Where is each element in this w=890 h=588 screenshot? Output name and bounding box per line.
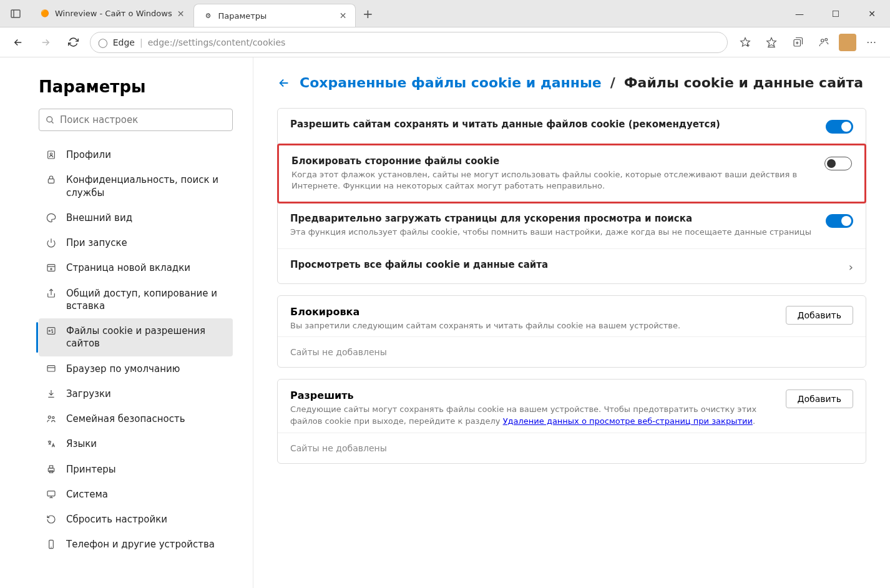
sidebar-item-system[interactable]: Система: [39, 482, 233, 507]
minimize-button[interactable]: —: [781, 0, 818, 27]
sidebar-item-languages[interactable]: Языки: [39, 431, 233, 456]
menu-icon[interactable]: ⋯: [860, 31, 883, 54]
url-text: edge://settings/content/cookies: [148, 37, 286, 47]
setting-description: Когда этот флажок установлен, сайты не м…: [291, 169, 814, 192]
settings-heading: Параметры: [39, 77, 233, 96]
setting-view-all-cookies[interactable]: Просмотреть все файлы cookie и данные са…: [278, 249, 866, 283]
collections-icon[interactable]: [786, 31, 809, 54]
sidebar-label: Общий доступ, копирование и вставка: [66, 287, 225, 313]
sidebar-item-profiles[interactable]: Профили: [39, 142, 233, 167]
breadcrumb-parent[interactable]: Сохраненные файлы cookie и данные: [300, 75, 602, 91]
search-input[interactable]: [39, 109, 233, 131]
sidebar-item-startup[interactable]: При запуске: [39, 230, 233, 255]
section-description: Вы запретили следующим сайтам сохранять …: [290, 320, 776, 332]
tab-actions-icon[interactable]: [0, 0, 31, 27]
sidebar-label: Профили: [66, 149, 225, 161]
toggle-preload[interactable]: [826, 214, 853, 228]
avatar[interactable]: [839, 34, 856, 51]
sidebar-item-privacy[interactable]: Конфиденциальность, поиск и службы: [39, 167, 233, 205]
setting-allow-cookies: Разрешить сайтам сохранять и читать данн…: [278, 109, 866, 144]
refresh-button[interactable]: [62, 32, 84, 53]
forward-button[interactable]: [35, 32, 56, 53]
share-icon: [46, 288, 57, 298]
sidebar-label: Языки: [66, 438, 225, 450]
tab-title: Параметры: [218, 11, 267, 21]
svg-point-25: [48, 416, 51, 418]
palette-icon: [46, 213, 57, 223]
svg-rect-0: [11, 10, 20, 17]
sidebar-item-reset[interactable]: Сбросить настройки: [39, 507, 233, 532]
setting-title: Просмотреть все файлы cookie и данные са…: [290, 259, 839, 270]
sidebar-label: Сбросить настройки: [66, 513, 225, 526]
toolbar: ◯ Edge | edge://settings/content/cookies…: [0, 27, 890, 57]
add-allow-button[interactable]: Добавить: [786, 390, 853, 408]
sidebar: Параметры Профили Конфиденциальность, по…: [0, 57, 253, 588]
sidebar-label: Система: [66, 488, 225, 501]
toggle-allow-cookies[interactable]: [826, 120, 853, 134]
svg-point-22: [52, 331, 52, 332]
add-block-button[interactable]: Добавить: [786, 306, 853, 325]
sidebar-item-downloads[interactable]: Загрузки: [39, 381, 233, 406]
edge-icon: ◯: [98, 37, 108, 47]
sidebar-item-printers[interactable]: Принтеры: [39, 457, 233, 482]
svg-point-10: [47, 116, 52, 122]
newtab-icon: [46, 263, 57, 273]
reset-icon: [46, 514, 57, 524]
sidebar-item-share[interactable]: Общий доступ, копирование и вставка: [39, 281, 233, 319]
new-tab-button[interactable]: +: [356, 0, 379, 27]
sidebar-item-newtab[interactable]: Страница новой вкладки: [39, 255, 233, 280]
sidebar-item-appearance[interactable]: Внешний вид: [39, 205, 233, 230]
setting-title: Разрешить сайтам сохранять и читать данн…: [290, 119, 816, 130]
address-bar[interactable]: ◯ Edge | edge://settings/content/cookies: [90, 32, 728, 53]
close-icon[interactable]: ✕: [340, 11, 347, 21]
svg-line-11: [51, 121, 53, 123]
printer-icon: [46, 464, 57, 474]
svg-point-26: [52, 416, 54, 418]
svg-rect-30: [47, 491, 55, 496]
language-icon: [46, 439, 57, 449]
family-icon: [46, 414, 57, 424]
back-button[interactable]: [7, 32, 29, 53]
setting-title: Предварительно загружать страницы для ус…: [290, 213, 816, 224]
gear-icon: ⚙: [203, 11, 213, 21]
profile-switch-icon[interactable]: [813, 31, 835, 54]
main-panel: Сохраненные файлы cookie и данные / Файл…: [253, 57, 890, 588]
setting-description: Эта функция использует файлы cookie, что…: [290, 227, 816, 238]
sidebar-label: Страница новой вкладки: [66, 262, 225, 274]
svg-point-8: [821, 39, 824, 42]
tab-settings[interactable]: ⚙ Параметры ✕: [193, 4, 356, 27]
sidebar-label: Внешний вид: [66, 212, 225, 224]
section-title: Разрешить: [290, 390, 776, 401]
toggle-block-third-party[interactable]: [824, 157, 852, 170]
url-prefix: Edge: [113, 37, 135, 47]
download-icon: [46, 389, 57, 399]
favorites-icon[interactable]: [760, 31, 783, 54]
tab-winreview[interactable]: 🟠 Winreview - Сайт о Windows ✕: [31, 0, 193, 27]
lock-icon: [46, 175, 57, 185]
allow-section: Разрешить Следующие сайты могут сохранят…: [278, 380, 866, 433]
power-icon: [46, 238, 57, 248]
phone-icon: [46, 539, 57, 549]
close-icon[interactable]: ✕: [177, 9, 185, 19]
section-title: Блокировка: [290, 306, 776, 318]
search-icon: [46, 115, 55, 125]
svg-point-13: [50, 153, 52, 155]
block-section: Блокировка Вы запретили следующим сайтам…: [278, 296, 866, 337]
svg-rect-28: [49, 466, 52, 468]
sidebar-label: Загрузки: [66, 388, 225, 400]
back-arrow-icon[interactable]: [277, 76, 291, 90]
sidebar-label: Телефон и другие устройства: [66, 538, 225, 551]
sidebar-item-default-browser[interactable]: Браузер по умолчанию: [39, 356, 233, 381]
sidebar-item-cookies[interactable]: Файлы cookie и разрешения сайтов: [39, 318, 233, 356]
chevron-right-icon: ›: [849, 260, 853, 273]
svg-rect-14: [48, 179, 54, 184]
clear-on-exit-link[interactable]: Удаление данных о просмотре веб-страниц …: [503, 416, 753, 426]
close-button[interactable]: ✕: [854, 0, 890, 27]
setting-preload: Предварительно загружать страницы для ус…: [278, 203, 866, 248]
sidebar-label: Семейная безопасность: [66, 413, 225, 425]
favorites-add-icon[interactable]: [734, 31, 756, 54]
sidebar-label: Конфиденциальность, поиск и службы: [66, 174, 225, 199]
sidebar-item-family[interactable]: Семейная безопасность: [39, 406, 233, 431]
maximize-button[interactable]: ☐: [818, 0, 854, 27]
sidebar-item-phone[interactable]: Телефон и другие устройства: [39, 532, 233, 557]
